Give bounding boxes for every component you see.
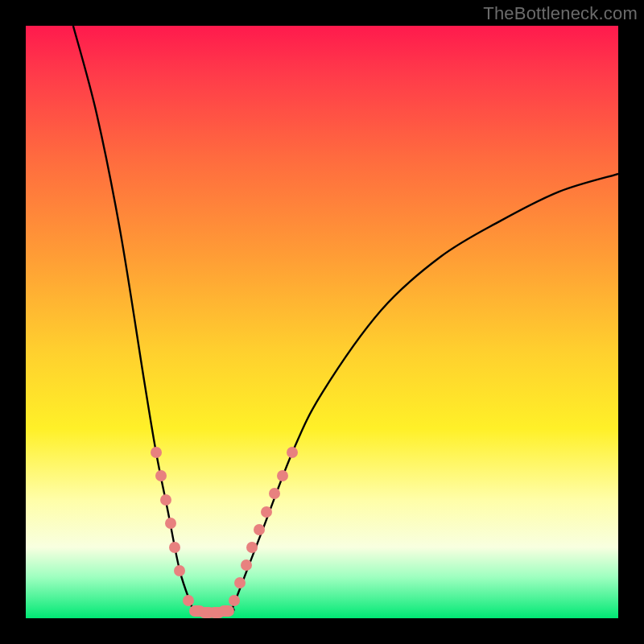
data-marker [165, 518, 176, 529]
data-marker [269, 488, 280, 499]
data-marker [246, 542, 258, 553]
data-marker [174, 565, 185, 576]
data-marker [261, 506, 272, 518]
data-marker [287, 447, 298, 458]
data-marker [155, 470, 167, 481]
data-marker [169, 542, 180, 553]
data-marker [183, 595, 194, 606]
plot-area [26, 26, 618, 618]
data-marker [254, 524, 265, 535]
data-marker [160, 494, 171, 506]
data-marker [218, 605, 234, 617]
data-marker [277, 470, 288, 481]
data-marker [241, 559, 252, 571]
data-markers [26, 26, 618, 618]
outer-frame: TheBottleneck.com [0, 0, 644, 644]
data-marker [234, 577, 246, 588]
data-marker [229, 595, 240, 606]
watermark-text: TheBottleneck.com [483, 3, 638, 24]
data-marker [151, 447, 162, 458]
